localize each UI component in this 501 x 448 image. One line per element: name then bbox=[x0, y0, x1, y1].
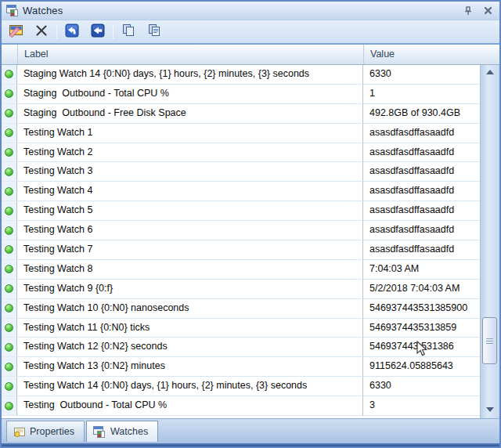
status-ok-icon bbox=[5, 207, 13, 215]
toolbar-separator bbox=[56, 25, 57, 39]
row-label: Testing Watch 10 {0:N0} nanoseconds bbox=[17, 299, 362, 319]
row-status-cell bbox=[2, 396, 17, 416]
table-row[interactable]: Testing Watch 2 asasdfasdffasaadfd bbox=[2, 143, 480, 163]
row-label: Testing Watch 3 bbox=[17, 162, 362, 182]
row-value: asasdfasdffasaadfd bbox=[362, 182, 480, 201]
tab-properties[interactable]: Properties bbox=[6, 421, 85, 442]
status-ok-icon bbox=[5, 343, 13, 352]
row-label: Testing Watch 11 {0:N0} ticks bbox=[17, 319, 362, 338]
thumb-grip-icon bbox=[486, 338, 493, 344]
scroll-up-arrow[interactable] bbox=[481, 65, 499, 79]
status-ok-icon bbox=[5, 284, 13, 293]
row-label: Testing Watch 14 {0:N0} days, {1} hours,… bbox=[17, 377, 362, 396]
table-row[interactable]: Testing Watch 9 {0:f} 5/2/2018 7:04:03 A… bbox=[2, 280, 480, 299]
table-row[interactable]: Testing Watch 14 {0:N0} days, {1} hours,… bbox=[2, 377, 480, 396]
table-row[interactable]: Testing Watch 11 {0:N0} ticks 5469374435… bbox=[2, 319, 480, 338]
row-value: 6330 bbox=[362, 377, 480, 396]
row-label: Staging Outbound - Total CPU % bbox=[17, 85, 362, 104]
tab-label: Watches bbox=[110, 426, 148, 437]
table-row[interactable]: Testing Watch 3 asasdfasdffasaadfd bbox=[2, 162, 480, 182]
row-status-cell bbox=[2, 124, 17, 143]
copy-text-icon bbox=[146, 23, 162, 40]
row-status-cell bbox=[2, 260, 17, 280]
delete-watch-button[interactable] bbox=[32, 23, 51, 42]
table-row[interactable]: Testing Watch 7 asasdfasdffasaadfd bbox=[2, 240, 480, 260]
close-icon[interactable] bbox=[481, 5, 494, 17]
table-row[interactable]: Testing Watch 4 asasdfasdffasaadfd bbox=[2, 182, 480, 201]
column-header-status bbox=[2, 45, 17, 64]
status-ok-icon bbox=[5, 168, 13, 176]
status-ok-icon bbox=[5, 109, 13, 117]
row-label: Testing Watch 12 {0:N2} seconds bbox=[17, 338, 362, 357]
column-header-value[interactable]: Value bbox=[363, 45, 499, 64]
row-label: Testing Watch 1 bbox=[17, 124, 362, 143]
panel-title: Watches bbox=[23, 5, 63, 16]
status-ok-icon bbox=[5, 89, 13, 98]
column-header-label[interactable]: Label bbox=[17, 45, 363, 64]
table-row[interactable]: Staging Outbound - Free Disk Space 492.8… bbox=[2, 104, 480, 124]
table-row[interactable]: Testing Watch 5 asasdfasdffasaadfd bbox=[2, 201, 480, 221]
row-value: asasdfasdffasaadfd bbox=[362, 143, 480, 163]
bottom-tabstrip: Properties Watches bbox=[2, 418, 499, 443]
row-status-cell bbox=[2, 357, 17, 377]
status-ok-icon bbox=[5, 245, 13, 254]
table-row[interactable]: Testing Watch 8 7:04:03 AM bbox=[2, 260, 480, 280]
copy-button[interactable] bbox=[119, 23, 138, 42]
row-status-cell bbox=[2, 280, 17, 299]
watch-edit-icon bbox=[8, 23, 24, 40]
edit-watch-button[interactable] bbox=[6, 23, 25, 42]
delete-x-icon bbox=[34, 23, 49, 40]
scroll-down-arrow[interactable] bbox=[481, 403, 499, 417]
status-ok-icon bbox=[5, 402, 13, 410]
row-status-cell bbox=[2, 162, 17, 182]
row-value: asasdfasdffasaadfd bbox=[362, 162, 480, 182]
blue-curved-arrow-icon bbox=[65, 23, 79, 40]
table-header: Label Value bbox=[2, 45, 499, 65]
row-value: 6330 bbox=[362, 65, 480, 85]
row-label: Testing Watch 2 bbox=[17, 143, 362, 163]
row-status-cell bbox=[2, 221, 17, 240]
table-row[interactable]: Staging Outbound - Total CPU % 1 bbox=[2, 85, 480, 104]
row-value: 5469374435313859 bbox=[362, 319, 480, 338]
navigate-back-button[interactable] bbox=[63, 23, 81, 42]
toolbar bbox=[2, 20, 499, 45]
tab-watches[interactable]: Watches bbox=[86, 421, 158, 442]
row-status-cell bbox=[2, 182, 17, 201]
table-row[interactable]: Testing Watch 6 asasdfasdffasaadfd bbox=[2, 221, 480, 240]
pin-button[interactable] bbox=[462, 5, 474, 17]
vertical-scrollbar[interactable] bbox=[480, 65, 499, 418]
scroll-thumb[interactable] bbox=[482, 317, 497, 364]
status-ok-icon bbox=[5, 187, 13, 196]
status-ok-icon bbox=[5, 226, 13, 235]
row-value: 1 bbox=[362, 85, 480, 104]
move-left-button[interactable] bbox=[88, 23, 107, 42]
row-label: Staging Outbound - Free Disk Space bbox=[17, 104, 362, 124]
row-label: Testing Watch 9 {0:f} bbox=[17, 280, 362, 299]
toolbar-separator bbox=[113, 25, 114, 39]
copy-value-button[interactable] bbox=[145, 23, 164, 42]
status-ok-icon bbox=[5, 265, 13, 273]
row-value: asasdfasdffasaadfd bbox=[362, 240, 480, 260]
table-row[interactable]: Staging Watch 14 {0:N0} days, {1} hours,… bbox=[2, 65, 480, 85]
row-value: 546937443.531386 bbox=[362, 338, 480, 357]
row-label: Staging Watch 14 {0:N0} days, {1} hours,… bbox=[17, 65, 362, 85]
panel-titlebar[interactable]: Watches bbox=[2, 2, 499, 20]
row-label: Testing Watch 6 bbox=[17, 221, 362, 240]
table-row[interactable]: Testing Watch 12 {0:N2} seconds 54693744… bbox=[2, 338, 480, 357]
row-status-cell bbox=[2, 143, 17, 163]
row-status-cell bbox=[2, 377, 17, 396]
table-row[interactable]: Testing Watch 13 {0:N2} minutes 9115624.… bbox=[2, 357, 480, 377]
row-value: asasdfasdffasaadfd bbox=[362, 221, 480, 240]
table-row[interactable]: Testing Watch 1 asasdfasdffasaadfd bbox=[2, 124, 480, 143]
row-status-cell bbox=[2, 299, 17, 319]
row-value: 7:04:03 AM bbox=[362, 260, 480, 280]
table-row[interactable]: Testing Watch 10 {0:N0} nanoseconds 5469… bbox=[2, 299, 480, 319]
status-ok-icon bbox=[5, 128, 13, 137]
status-ok-icon bbox=[5, 323, 13, 332]
watches-panel: Watches bbox=[0, 0, 501, 448]
table-row[interactable]: Testing Outbound - Total CPU % 3 bbox=[2, 396, 480, 416]
copy-pages-icon bbox=[121, 23, 136, 40]
watches-window-icon bbox=[93, 426, 106, 438]
row-label: Testing Watch 13 {0:N2} minutes bbox=[17, 357, 362, 377]
row-label: Testing Watch 8 bbox=[17, 260, 362, 280]
